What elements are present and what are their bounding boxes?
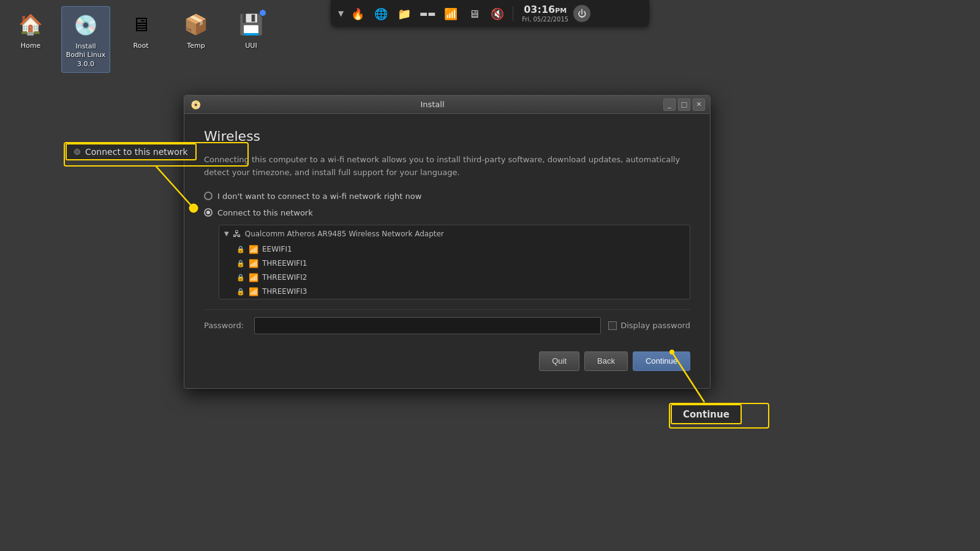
description-text: Connecting this computer to a wi-fi netw…	[204, 154, 690, 179]
radio-no-wifi[interactable]: I don't want to connect to a wi-fi netwo…	[204, 192, 690, 201]
tree-collapse-icon: ▼	[224, 230, 229, 237]
network-item-0[interactable]: 🔒 📶 EEWIFI1	[219, 242, 690, 257]
taskbar-icon-windows[interactable]: ▬▬	[418, 4, 437, 23]
root-icon: 🖥	[126, 10, 156, 39]
install-icon-label: Install Bodhi Linux 3.0.0	[66, 42, 106, 69]
taskbar-icon-monitor[interactable]: 🖥	[465, 4, 483, 23]
continue-button[interactable]: Continue	[633, 351, 690, 371]
radio-no-wifi-label: I don't want to connect to a wi-fi netwo…	[217, 192, 421, 201]
install-icon: 💿	[71, 10, 100, 40]
taskbar-icon-flame[interactable]: 🔥	[349, 4, 367, 23]
dialog-minimize-button[interactable]: _	[663, 99, 676, 111]
uui-icon: 💾	[236, 10, 266, 39]
lock-icon-1: 🔒	[236, 260, 245, 268]
network-name-1: THREEWIFI1	[262, 259, 307, 268]
wifi-icon-2: 📶	[249, 273, 258, 282]
taskbar-icon-globe[interactable]: 🌐	[372, 4, 390, 23]
adapter-icon: 🖧	[233, 229, 241, 239]
dialog-title-buttons: _ □ ✕	[663, 99, 705, 111]
taskbar-clock: 03:16PM Fri, 05/22/2015	[522, 4, 568, 23]
password-input[interactable]	[254, 317, 601, 334]
taskbar-date-display: Fri, 05/22/2015	[522, 16, 568, 23]
dialog-title-icon: 📀	[189, 99, 202, 111]
display-password-label: Display password	[620, 321, 690, 330]
network-name-2: THREEWIFI2	[262, 273, 307, 282]
dialog-titlebar: 📀 Install _ □ ✕	[184, 96, 710, 114]
annotation-continue-text: Continue	[683, 409, 729, 420]
desktop-icon-temp[interactable]: 📦 Temp	[172, 6, 221, 73]
network-item-3[interactable]: 🔒 📶 THREEWIFI3	[219, 285, 690, 299]
home-icon: 🏠	[16, 10, 45, 39]
annotation-connect-label: Connect to this network	[66, 143, 197, 160]
taskbar: ▼ 🔥 🌐 📁 ▬▬ 📶 🖥 🔇 03:16PM Fri, 05/22/2015…	[331, 0, 649, 27]
adapter-label: Qualcomm Atheros AR9485 Wireless Network…	[245, 230, 444, 238]
radio-connect-label: Connect to this network	[217, 208, 313, 217]
radio-connect[interactable]: Connect to this network	[204, 208, 690, 217]
lock-icon-2: 🔒	[236, 274, 245, 282]
dialog-buttons: Quit Back Continue	[204, 342, 690, 373]
wifi-icon-1: 📶	[249, 259, 258, 268]
annotation-connect-text: Connect to this network	[85, 147, 188, 157]
network-tree: ▼ 🖧 Qualcomm Atheros AR9485 Wireless Net…	[219, 225, 690, 299]
desktop-icon-uui[interactable]: 💾 UUI	[227, 6, 276, 73]
taskbar-icon-audio[interactable]: 🔇	[488, 4, 507, 23]
taskbar-power-button[interactable]: ⏻	[573, 5, 590, 22]
wifi-icon-0: 📶	[249, 245, 258, 254]
desktop-icon-root[interactable]: 🖥 Root	[116, 6, 165, 73]
taskbar-time-display: 03:16PM	[522, 4, 568, 15]
display-password-checkbox[interactable]	[608, 321, 617, 330]
taskbar-icon-wifi[interactable]: 📶	[442, 4, 460, 23]
desktop-icon-install[interactable]: 💿 Install Bodhi Linux 3.0.0	[61, 6, 110, 73]
dialog-maximize-button[interactable]: □	[678, 99, 690, 111]
wifi-icon-3: 📶	[249, 287, 258, 296]
taskbar-icon-files[interactable]: 📁	[395, 4, 413, 23]
dialog-title-text: Install	[202, 100, 663, 109]
network-name-0: EEWIFI1	[262, 245, 292, 253]
network-item-1[interactable]: 🔒 📶 THREEWIFI1	[219, 257, 690, 271]
annotation-continue-label: Continue	[671, 404, 742, 424]
quit-button[interactable]: Quit	[539, 351, 579, 371]
network-item-2[interactable]: 🔒 📶 THREEWIFI2	[219, 271, 690, 285]
taskbar-arrow[interactable]: ▼	[338, 9, 344, 18]
annotation-box-continue	[669, 403, 769, 429]
network-name-3: THREEWIFI3	[262, 287, 307, 296]
temp-icon: 📦	[181, 10, 211, 39]
lock-icon-3: 🔒	[236, 288, 245, 296]
desktop-icon-home[interactable]: 🏠 Home	[6, 6, 55, 73]
password-row: Password: Display password	[204, 309, 690, 342]
password-label: Password:	[204, 321, 247, 330]
tree-adapter[interactable]: ▼ 🖧 Qualcomm Atheros AR9485 Wireless Net…	[219, 225, 690, 242]
root-icon-label: Root	[134, 42, 149, 50]
home-icon-label: Home	[21, 42, 40, 50]
display-password-option[interactable]: Display password	[608, 321, 690, 330]
install-dialog: 📀 Install _ □ ✕ Wireless Connecting this…	[184, 95, 710, 389]
radio-no-wifi-btn[interactable]	[204, 192, 213, 200]
dialog-content: Wireless Connecting this computer to a w…	[184, 114, 710, 388]
lock-icon-0: 🔒	[236, 246, 245, 253]
desktop-icons: 🏠 Home 💿 Install Bodhi Linux 3.0.0 🖥 Roo…	[0, 0, 282, 79]
taskbar-separator	[513, 6, 513, 21]
section-title: Wireless	[204, 129, 690, 144]
back-button[interactable]: Back	[584, 351, 628, 371]
uui-icon-label: UUI	[245, 42, 257, 50]
dialog-close-button[interactable]: ✕	[693, 99, 705, 111]
temp-icon-label: Temp	[187, 42, 205, 50]
desktop: 🏠 Home 💿 Install Bodhi Linux 3.0.0 🖥 Roo…	[0, 0, 980, 551]
radio-connect-btn[interactable]	[204, 208, 213, 217]
